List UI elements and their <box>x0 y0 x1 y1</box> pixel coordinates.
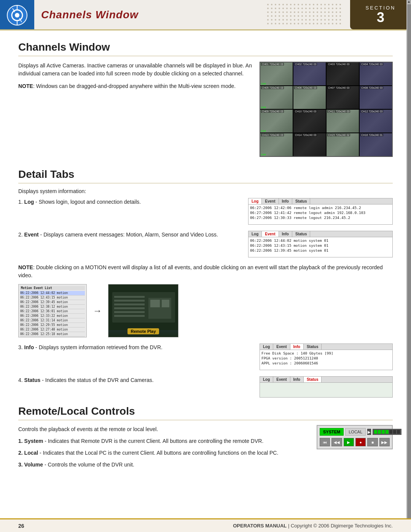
controls-widget: SYSTEM LOCAL ▶ <box>317 425 393 449</box>
camera-cell-15[interactable]: CH15 720x240 02 <box>327 133 359 156</box>
playback-scene-svg <box>108 284 178 330</box>
footer-separator: | <box>288 523 289 529</box>
stop-button[interactable]: ■ <box>367 438 378 446</box>
detail-tabs-section: Detail Tabs Displays system information:… <box>18 168 393 398</box>
logo <box>0 0 34 30</box>
event-body-area: 06:22:2006 12:44:02 motion system 0106:2… <box>249 237 392 257</box>
volume-term: Volume <box>24 462 43 468</box>
camera-label-12: CH12 720x240 03 <box>360 110 383 113</box>
log-tabs-bar: Log Event Info Status <box>249 198 392 204</box>
camera-label-5: CH05 720x240 03 <box>261 86 284 89</box>
svg-rect-12 <box>114 315 145 317</box>
info-tab-info[interactable]: Info <box>290 344 304 350</box>
log-tab-event[interactable]: Event <box>262 198 279 204</box>
camera-live-indicator-13: Live <box>261 153 266 156</box>
camera-label-10: CH10 720x240 03 <box>294 110 317 113</box>
camera-cell-16[interactable]: CH16 720x240 01 <box>360 133 392 156</box>
camera-label-8: CH08 720x240 03 <box>360 86 383 89</box>
event-tab-event[interactable]: Event <box>262 231 279 237</box>
camera-label-7: CH07 720x240 03 <box>327 86 350 89</box>
camera-label-15: CH15 720x240 02 <box>327 134 350 136</box>
status-tab-info[interactable]: Info <box>290 377 304 382</box>
camera-cell-4[interactable]: CH04 720x240 03 <box>360 62 392 85</box>
motion-list-row[interactable]: 06:22:2006 12:31:14 motion <box>20 318 85 323</box>
motion-list-row[interactable]: 06:22:2006 12:39:45 motion <box>20 300 85 305</box>
status-scrollbar[interactable]: ▲ ▼ <box>406 0 411 532</box>
detail-item-event-text: 2. Event - Displays camera event message… <box>18 231 241 239</box>
camera-cell-1[interactable]: CH01 720x240 03Live <box>260 62 293 85</box>
event-tab-log[interactable]: Log <box>249 231 262 237</box>
motion-screenshots: Motion Event List06:22:2006 12:44:02 mot… <box>18 284 393 337</box>
info-tab-status[interactable]: Status <box>304 344 322 350</box>
motion-list-row[interactable]: 06:22:2006 12:36:01 motion <box>20 309 85 314</box>
event-tab-status[interactable]: Status <box>292 231 311 237</box>
info-term: Info <box>24 344 34 350</box>
camera-cell-14[interactable]: CH14 720x240 03 <box>293 133 326 156</box>
motion-list-row[interactable]: 06:22:2006 12:38:12 motion <box>20 305 85 309</box>
section-badge: SECTION 3 <box>350 0 411 29</box>
detail-item-event: 2. Event - Displays camera event message… <box>18 231 393 257</box>
camera-live-indicator-5: Live <box>261 106 266 109</box>
status-tab-event[interactable]: Event <box>273 377 290 382</box>
motion-list-row[interactable]: 06:22:2006 12:25:18 motion <box>20 332 85 337</box>
footer-copyright: OPERATORS MANUAL | Copyright © 2006 Digi… <box>233 523 393 529</box>
log-tab-info[interactable]: Info <box>279 198 292 204</box>
motion-list-row[interactable]: 06:22:2006 12:44:02 motion <box>20 291 85 296</box>
camera-cell-3[interactable]: CH03 720x240 03 <box>327 62 359 85</box>
motion-list-row[interactable]: 06:22:2006 12:29:55 motion <box>20 323 85 328</box>
svg-rect-10 <box>114 307 145 309</box>
event-tab-info[interactable]: Info <box>279 231 292 237</box>
camera-cell-10[interactable]: CH10 720x240 03 <box>293 110 326 133</box>
fast-forward-button[interactable]: ▶▶ <box>379 438 390 446</box>
motion-list-inner: Motion Event List06:22:2006 12:44:02 mot… <box>20 286 85 337</box>
remote-play-overlay: Remote Play <box>108 328 178 334</box>
camera-cell-8[interactable]: CH08 720x240 03 <box>360 86 392 109</box>
camera-cell-7[interactable]: CH07 720x240 03 <box>327 86 359 109</box>
log-tab-status[interactable]: Status <box>292 198 311 204</box>
motion-arrow-icon: → <box>93 305 102 316</box>
vol-seg-7 <box>397 430 400 434</box>
motion-list-screenshot: Motion Event List06:22:2006 12:44:02 mot… <box>18 284 87 337</box>
record-button[interactable]: ● <box>355 438 366 446</box>
remote-play-button[interactable]: Remote Play <box>127 328 159 334</box>
scroll-thumb-4 <box>407 4 411 528</box>
skip-back-button[interactable]: ⏮ <box>320 438 330 446</box>
local-button[interactable]: LOCAL <box>345 428 366 436</box>
volume-segments <box>374 430 400 434</box>
log-body: 06:27:2006 12:42:06 remote login admin 2… <box>249 204 392 224</box>
camera-cell-9[interactable]: CH09 720x240 03Live <box>260 110 293 133</box>
camera-label-14: CH14 720x240 03 <box>294 134 317 136</box>
info-tab-log[interactable]: Log <box>260 344 273 350</box>
info-screenshot: Log Event Info Status Free Disk Space : … <box>260 343 393 370</box>
scroll-up-arrow-4[interactable]: ▲ <box>407 0 411 4</box>
camera-label-11: CH11 720x240 03 <box>327 110 350 113</box>
event-row: 06:22:2006 12:43:15 motion system 01 <box>249 243 392 248</box>
camera-cell-13[interactable]: CH13 720x240 03Live <box>260 133 293 156</box>
system-button[interactable]: SYSTEM <box>320 428 344 436</box>
remote-local-heading: Remote/Local Controls <box>18 405 393 420</box>
info-tab-event[interactable]: Event <box>273 344 290 350</box>
vol-seg-2 <box>378 430 381 434</box>
play-button[interactable]: ▶ <box>344 438 354 446</box>
remote-list: System - Indicates that Remote DVR is th… <box>18 437 307 469</box>
status-tab-status[interactable]: Status <box>304 377 322 382</box>
event-body: 06:22:2006 12:44:02 motion system 0106:2… <box>249 237 392 257</box>
motion-list-row[interactable]: 06:22:2006 12:33:22 motion <box>20 314 85 318</box>
camera-cell-6[interactable]: CH06 720x240 03 <box>293 86 326 109</box>
log-tab-log[interactable]: Log <box>249 198 262 204</box>
camera-cell-11[interactable]: CH11 720x240 03 <box>327 110 359 133</box>
vol-seg-1 <box>374 430 377 434</box>
camera-grid-container: CH01 720x240 03LiveCH02 720x240 03CH03 7… <box>260 62 393 157</box>
header-dots-decoration: for(let i=0;i<120;i++) document.write('<… <box>267 0 342 29</box>
detail-item-info-text: 3. Info - Displays system information re… <box>18 343 252 351</box>
rewind-button[interactable]: ◀◀ <box>331 438 342 446</box>
motion-list-row[interactable]: 06:22:2006 12:43:15 motion <box>20 296 85 300</box>
camera-cell-12[interactable]: CH12 720x240 03 <box>360 110 392 133</box>
camera-cell-5[interactable]: CH05 720x240 03Live <box>260 86 293 109</box>
event-table: Log Event Info Status 06:22:2006 12:44:0… <box>248 231 393 257</box>
small-play-button[interactable]: ▶ <box>367 429 371 435</box>
motion-list-row[interactable]: 06:22:2006 12:27:40 motion <box>20 328 85 332</box>
channels-note-label: NOTE <box>18 83 33 89</box>
camera-cell-2[interactable]: CH02 720x240 03 <box>293 62 326 85</box>
status-tab-log[interactable]: Log <box>260 377 273 382</box>
